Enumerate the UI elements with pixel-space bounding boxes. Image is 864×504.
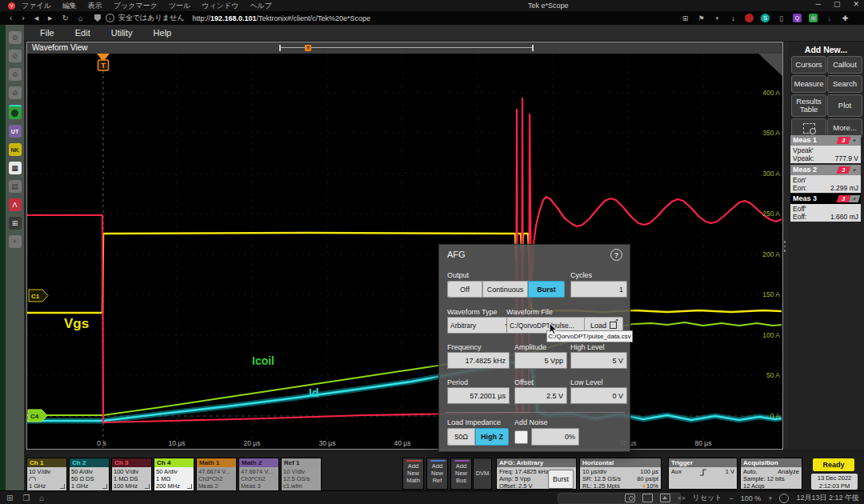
image-icon[interactable] — [660, 494, 670, 502]
rewind-button[interactable]: ◀ — [34, 15, 38, 22]
fastforward-button[interactable]: ▶ — [48, 15, 52, 22]
add-new-bus-button[interactable]: Add New Bus — [450, 458, 472, 490]
menu-edit-jp[interactable]: 編集 — [62, 1, 77, 11]
menu-edit[interactable]: Edit — [75, 28, 90, 38]
extensions-puzzle-icon[interactable]: ✚ — [841, 14, 850, 22]
forward-button[interactable]: › — [22, 14, 24, 22]
measurement-badge-1[interactable]: Meas 1 3+ Vpeak' Vpeak:777.9 V — [790, 135, 861, 163]
amplitude-field[interactable]: 5 Vpp — [514, 352, 567, 369]
tab-icon-1[interactable]: ⊘ — [9, 31, 22, 44]
panel-drag-handle[interactable] — [783, 241, 786, 257]
meas2-expand-icon[interactable]: + — [849, 166, 861, 174]
channel-badge-math2[interactable]: Math 2 47.6674 V...Ch3*Ch2 Meas 3 — [238, 458, 279, 490]
frequency-field[interactable]: 17.4825 kHz — [447, 352, 510, 369]
chevron-down-icon[interactable]: ▼ — [713, 14, 722, 22]
ext-red-icon[interactable] — [745, 14, 754, 22]
results-table-button[interactable]: Results Table — [791, 94, 826, 117]
menu-window-jp[interactable]: ウィンドウ — [202, 1, 238, 11]
ext-download-icon[interactable]: ↓ — [825, 14, 834, 22]
ext-grid-icon[interactable]: ▦ — [809, 14, 818, 22]
impedance-50ohm-button[interactable]: 50Ω — [447, 428, 475, 446]
info-icon[interactable]: i — [106, 14, 114, 22]
menu-file[interactable]: File — [40, 28, 54, 38]
offset-field[interactable]: 2.5 V — [514, 387, 567, 404]
tab-icon-2[interactable]: ⊘ — [9, 50, 22, 62]
plot-corner-handle[interactable] — [758, 54, 782, 76]
horizontal-panel[interactable]: Horizontal 10 µs/div100 µs SR: 12.5 GS/s… — [579, 458, 662, 490]
menu-help-jp[interactable]: ヘルプ — [250, 1, 272, 11]
window-minimize-button[interactable]: ─ — [816, 0, 821, 8]
measurement-badge-3[interactable]: Meas 3 3+ Eoff' Eoff:1.660 mJ — [790, 194, 861, 222]
menu-file-jp[interactable]: ファイル — [22, 1, 51, 11]
trace-icoil-ch4[interactable] — [27, 322, 782, 415]
channel-badge-ref1[interactable]: Ref 1 10 V/div12.5 GS/s c1.wfm — [281, 458, 322, 490]
window-close-button[interactable]: ✕ — [853, 0, 859, 8]
menu-help[interactable]: Help — [154, 28, 172, 38]
menu-utility[interactable]: Utility — [111, 28, 133, 38]
tab-icon-4[interactable]: ⊘ — [9, 86, 22, 99]
panel-toggle-icon[interactable]: ⊞ — [681, 14, 690, 22]
impedance-highz-button[interactable]: High Z — [475, 428, 509, 446]
output-continuous-button[interactable]: Continuous — [482, 281, 528, 298]
zoom-in-button[interactable]: + — [768, 494, 772, 502]
callout-button[interactable]: Callout — [827, 56, 862, 74]
waveform-plot[interactable]: 0 s 10 µs 20 µs 30 µs 40 µs 50 µs 60 µs … — [27, 54, 782, 449]
trigger-marker[interactable]: T — [97, 54, 110, 70]
doc-icon[interactable]: ▤ — [9, 180, 22, 193]
ext-purple-icon[interactable]: Q — [793, 14, 802, 22]
channel-badge-math1[interactable]: Math 1 47.6674 V...Ch3*Ch2 Meas 2 — [196, 458, 237, 490]
afg-dialog[interactable]: AFG ? Output Cycles Off Continuous Burst… — [438, 244, 630, 452]
tile-grid-icon[interactable]: ⊞ — [6, 494, 13, 502]
code-icon[interactable]: <> — [678, 494, 685, 502]
add-new-ref-button[interactable]: Add New Ref — [426, 458, 448, 490]
window-maximize-button[interactable]: ▢ — [834, 0, 841, 8]
horizontal-overview-bar[interactable]: T — [279, 45, 534, 51]
plot-button[interactable]: Plot — [827, 94, 862, 117]
acquisition-panel[interactable]: Acquisition Auto,Analyze Sample: 12 bits… — [740, 458, 802, 490]
menu-view-jp[interactable]: 表示 — [88, 1, 102, 11]
active-tab-icon[interactable] — [9, 105, 22, 119]
red-app-icon[interactable]: Λ — [9, 198, 22, 211]
tab-icon-3[interactable]: ⊘ — [9, 68, 22, 81]
address-bar[interactable]: http://192.168.0.101/Tektronix#/client/c… — [192, 14, 370, 22]
add-new-math-button[interactable]: Add New Math — [402, 458, 424, 490]
dvm-button[interactable]: DVM — [473, 458, 492, 490]
low-level-field[interactable]: 0 V — [570, 387, 627, 404]
home-button[interactable]: ⌂ — [78, 14, 83, 22]
zoom-out-button[interactable]: − — [729, 494, 733, 502]
back-button[interactable]: ‹ — [10, 14, 12, 22]
window-capture-icon[interactable] — [642, 494, 653, 502]
grid-apps-icon[interactable]: ⊞ — [9, 217, 22, 230]
high-level-field[interactable]: 5 V — [570, 352, 627, 369]
menu-bookmarks-jp[interactable]: ブックマーク — [114, 1, 158, 11]
panel-icon[interactable]: ❒ — [22, 494, 30, 502]
ch1-reference-tag[interactable]: C1 — [29, 290, 48, 302]
ut-badge-icon[interactable]: UT — [9, 125, 22, 138]
channel-badge-ch2[interactable]: Ch 2 50 A/div50 Ω DS 1 GHz — [69, 458, 110, 490]
period-field[interactable]: 57.2001 µs — [447, 387, 510, 404]
waveform-type-dropdown[interactable]: Arbitrary▼ — [447, 317, 513, 334]
channel-badge-ch1[interactable]: Ch 1 10 V/div 1 GHz — [26, 458, 67, 490]
home-panel-icon[interactable]: ⌂ — [39, 494, 44, 502]
noise-percent-field[interactable]: 0% — [531, 428, 579, 446]
trace-id-ch2[interactable] — [27, 358, 782, 421]
menu-tools-jp[interactable]: ツール — [169, 1, 190, 11]
reload-button[interactable]: ↻ — [62, 14, 68, 22]
afg-status-panel[interactable]: AFG: Arbitrary Freq: 17.4825 kHz Amp: 5 … — [496, 458, 577, 490]
channel-badge-ch3[interactable]: Ch 3 100 V/div1 MΩ DS 100 MHz — [111, 458, 152, 490]
output-off-button[interactable]: Off — [447, 281, 482, 298]
browser-logo-icon[interactable]: V — [8, 2, 15, 10]
cursors-button[interactable]: Cursors — [791, 56, 826, 74]
screenshot-icon[interactable] — [625, 494, 635, 502]
search-button[interactable]: Search — [827, 75, 862, 93]
output-burst-button[interactable]: Burst — [528, 281, 565, 298]
trigger-panel[interactable]: Trigger Aux 1 V — [668, 458, 738, 490]
nk-badge-icon[interactable]: NK — [9, 143, 22, 156]
channel-badge-ch4[interactable]: Ch 4 50 A/div1 MΩ 200 MHz — [154, 458, 194, 490]
qr-code-icon[interactable]: ▦ — [9, 162, 22, 174]
measure-button[interactable]: Measure — [791, 75, 826, 93]
ext-teal-icon[interactable]: S — [761, 14, 770, 22]
bookmark-icon[interactable]: ⚑ — [697, 14, 706, 22]
download-icon[interactable]: ↓ — [729, 14, 738, 22]
meas1-expand-icon[interactable]: + — [849, 137, 861, 144]
